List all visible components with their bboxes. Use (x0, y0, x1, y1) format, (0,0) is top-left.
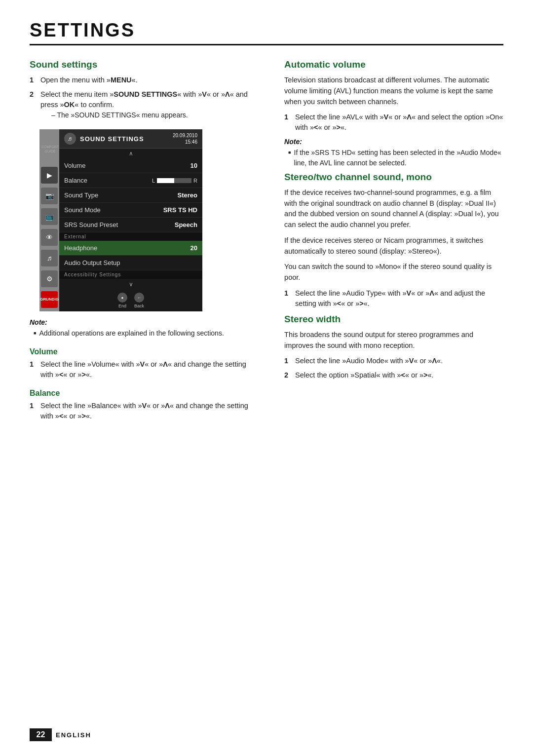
menu-row-headphone: Headphone 20 (59, 241, 202, 256)
volume-label: Volume (64, 162, 85, 169)
balance-l: L (152, 178, 155, 184)
comfort-guide-label: COMFORTGUIDE (39, 144, 61, 154)
note-bullets: Additional operations are explained in t… (34, 328, 260, 338)
back-button-icon: ← (134, 293, 144, 302)
sidebar-icon-3: 📺 (41, 208, 58, 225)
auto-vol-step-text: Select the line »AVL« with »V« or »Λ« an… (295, 112, 503, 133)
balance-steps: 1 Select the line »Balance« with »V« or … (30, 401, 260, 421)
srs-preset-value: Speech (175, 221, 197, 228)
sound-settings-heading: Sound settings (30, 59, 260, 70)
menu-row-sound-mode: Sound Mode SRS TS HD (59, 203, 202, 218)
auto-volume-para-1: Television stations broadcast at differe… (284, 75, 503, 107)
stereo-width-step-text-2: Select the option »Spatial« with »<« or … (295, 370, 434, 380)
balance-step-num: 1 (30, 401, 37, 421)
stereo-para-3: You can switch the sound to »Mono« if th… (284, 262, 503, 283)
page-language: ENGLISH (52, 731, 91, 739)
menu-row-volume: Volume 10 (59, 158, 202, 173)
stereo-step-num: 1 (284, 288, 291, 309)
step-num-1: 1 (30, 75, 37, 85)
scroll-up-indicator: ∧ (59, 149, 202, 158)
step-2: 2 Select the menu item »SOUND SETTINGS« … (30, 89, 260, 122)
footer-btn-back: ← Back (134, 293, 144, 308)
step-1: 1 Open the menu with »MENU«. (30, 75, 260, 85)
sound-settings-icon: ♬ (64, 133, 76, 145)
stereo-width-heading: Stereo width (284, 314, 503, 325)
auto-vol-note-1: If the »SRS TS HD« setting has been sele… (288, 148, 503, 168)
stereo-width-step-num-2: 2 (284, 370, 291, 380)
sound-mode-label: Sound Mode (64, 206, 101, 214)
balance-step-text: Select the line »Balance« with »V« or »Λ… (40, 401, 260, 421)
sidebar-icon-1: ▶ (41, 167, 58, 184)
stereo-mono-heading: Stereo/two channel sound, mono (284, 172, 503, 183)
volume-step-1: 1 Select the line »Volume« with »V« or »… (30, 359, 260, 380)
auto-volume-steps: 1 Select the line »AVL« with »V« or »Λ« … (284, 112, 503, 133)
menu-header-datetime: 20.09.2010 15:46 (173, 132, 197, 145)
auto-vol-note-bullets: If the »SRS TS HD« setting has been sele… (288, 148, 503, 168)
menu-footer: ● End ← Back (59, 290, 202, 311)
sound-type-label: Sound Type (64, 191, 98, 199)
stereo-width-step-2: 2 Select the option »Spatial« with »<« o… (284, 370, 503, 380)
stereo-para-1: If the device receives two-channel-sound… (284, 188, 503, 230)
menu-row-srs-preset: SRS Sound Preset Speech (59, 218, 202, 232)
note-bullet-1: Additional operations are explained in t… (34, 328, 260, 338)
menu-row-sound-type: Sound Type Stereo (59, 188, 202, 203)
headphone-value: 20 (190, 244, 197, 252)
back-button-label: Back (134, 303, 144, 308)
stereo-step-1: 1 Select the line »Audio Type« with »V« … (284, 288, 503, 309)
page-title: SETTINGS (30, 20, 503, 45)
stereo-width-para-1: This broadens the sound output for stere… (284, 330, 503, 351)
menu-rows: Volume 10 Balance L R (59, 158, 202, 279)
left-column: Sound settings 1 Open the menu with »MEN… (30, 59, 260, 426)
sound-type-value: Stereo (178, 191, 197, 199)
sidebar-icon-5: ♬ (41, 250, 58, 266)
balance-bar (157, 178, 191, 183)
auto-vol-note-text: If the »SRS TS HD« setting has been sele… (294, 148, 503, 168)
volume-value: 10 (190, 162, 197, 169)
auto-vol-step-num: 1 (284, 112, 291, 133)
headphone-label: Headphone (64, 244, 97, 252)
external-section-label: External (59, 232, 202, 241)
volume-heading: Volume (30, 347, 260, 356)
stereo-step-text: Select the line »Audio Type« with »V« or… (295, 288, 503, 309)
auto-volume-note: Note: If the »SRS TS HD« setting has bee… (284, 138, 503, 168)
menu-header-title: ♬ SOUND SETTINGS (64, 133, 144, 145)
stereo-width-step-num-1: 1 (284, 356, 291, 366)
balance-heading: Balance (30, 389, 260, 398)
menu-header: ♬ SOUND SETTINGS 20.09.2010 15:46 (59, 129, 202, 149)
step-1-text: Open the menu with »MENU«. (40, 75, 138, 85)
menu-panel: ♬ SOUND SETTINGS 20.09.2010 15:46 ∧ Volu… (59, 129, 202, 311)
step-num-2: 2 (30, 89, 37, 122)
sidebar-icon-4: 👁 (41, 229, 58, 246)
audio-output-label: Audio Output Setup (64, 259, 120, 266)
two-column-layout: Sound settings 1 Open the menu with »MEN… (30, 59, 503, 426)
step-2-text: Select the menu item »SOUND SETTINGS« wi… (40, 89, 260, 110)
page-number: 22 (30, 728, 52, 741)
menu-row-audio-output: Audio Output Setup (59, 256, 202, 270)
auto-volume-heading: Automatic volume (284, 59, 503, 70)
end-button-label: End (118, 303, 126, 308)
step-2-sub: – The »SOUND SETTINGS« menu appears. (40, 110, 260, 120)
menu-time: 15:46 (173, 139, 197, 145)
stereo-width-step-text-1: Select the line »Audio Mode« with »V« or… (295, 356, 443, 366)
sound-settings-steps: 1 Open the menu with »MENU«. 2 Select th… (30, 75, 260, 122)
stereo-width-step-1: 1 Select the line »Audio Mode« with »V« … (284, 356, 503, 366)
note-section: Note: Additional operations are explaine… (30, 318, 260, 338)
stereo-width-steps: 1 Select the line »Audio Mode« with »V« … (284, 356, 503, 380)
volume-step-num: 1 (30, 359, 37, 380)
step-2-content: Select the menu item »SOUND SETTINGS« wi… (40, 89, 260, 122)
sidebar-icon-6: ⚙ (41, 270, 58, 287)
right-column: Automatic volume Television stations bro… (284, 59, 503, 426)
page-footer: 22 ENGLISH (30, 728, 91, 741)
grundig-logo: GRUNDIG (41, 291, 58, 308)
stereo-para-2: If the device receives stereo or Nicam p… (284, 235, 503, 257)
end-button-icon: ● (117, 293, 127, 302)
menu-row-balance: Balance L R (59, 173, 202, 188)
sidebar-icons: COMFORTGUIDE ▶ 📷 📺 👁 ♬ ⚙ GRUNDIG (39, 129, 59, 311)
balance-control: L R (152, 178, 197, 184)
volume-steps: 1 Select the line »Volume« with »V« or »… (30, 359, 260, 380)
balance-r: R (193, 178, 197, 184)
auto-vol-note-heading: Note: (284, 138, 503, 146)
auto-volume-step-1: 1 Select the line »AVL« with »V« or »Λ« … (284, 112, 503, 133)
accessibility-label: Accessibility Settings (59, 270, 202, 279)
sidebar-icon-2: 📷 (41, 188, 58, 204)
